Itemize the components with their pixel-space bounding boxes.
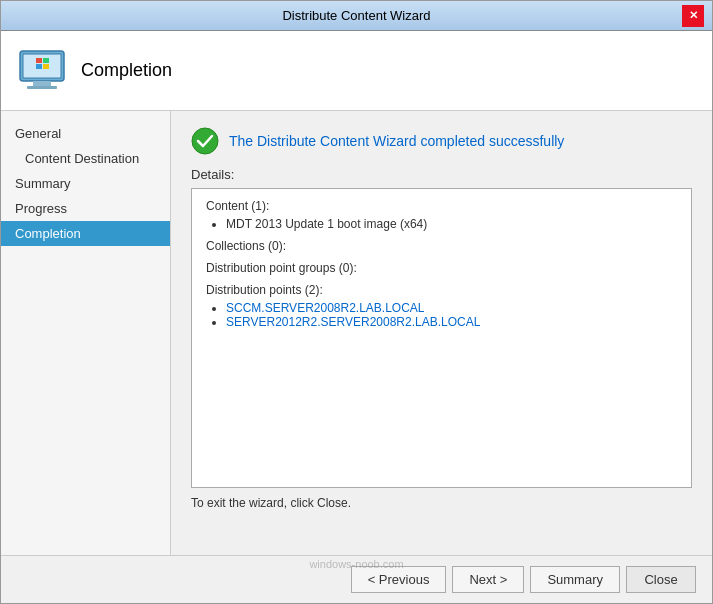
wizard-window: Distribute Content Wizard ✕ Completion G… [0, 0, 713, 604]
success-icon [191, 127, 219, 155]
window-title: Distribute Content Wizard [31, 8, 682, 23]
sidebar-item-summary[interactable]: Summary [1, 171, 170, 196]
sidebar-item-completion[interactable]: Completion [1, 221, 170, 246]
close-button[interactable]: Close [626, 566, 696, 593]
dist-point-1: SERVER2012R2.SERVER2008R2.LAB.LOCAL [226, 315, 677, 329]
footer: < Previous Next > Summary Close [1, 555, 712, 603]
svg-rect-2 [33, 81, 51, 86]
details-label: Details: [191, 167, 692, 182]
distribution-points-list: SCCM.SERVER2008R2.LAB.LOCAL SERVER2012R2… [206, 301, 677, 329]
main-content: The Distribute Content Wizard completed … [171, 111, 712, 555]
success-banner: The Distribute Content Wizard completed … [191, 127, 692, 155]
svg-rect-6 [36, 64, 42, 69]
window-close-button[interactable]: ✕ [682, 5, 704, 27]
previous-button[interactable]: < Previous [351, 566, 447, 593]
computer-icon [17, 46, 67, 96]
dist-point-0: SCCM.SERVER2008R2.LAB.LOCAL [226, 301, 677, 315]
svg-rect-4 [36, 58, 42, 63]
title-bar: Distribute Content Wizard ✕ [1, 1, 712, 31]
sidebar: General Content Destination Summary Prog… [1, 111, 171, 555]
sidebar-item-general[interactable]: General [1, 121, 170, 146]
svg-rect-7 [43, 64, 49, 69]
sidebar-item-content-destination[interactable]: Content Destination [1, 146, 170, 171]
content-item-0: MDT 2013 Update 1 boot image (x64) [226, 217, 677, 231]
details-box: Content (1): MDT 2013 Update 1 boot imag… [191, 188, 692, 488]
wizard-header: Completion [1, 31, 712, 111]
content-list: MDT 2013 Update 1 boot image (x64) [206, 217, 677, 231]
distribution-points-title: Distribution points (2): [206, 283, 677, 297]
sidebar-item-progress[interactable]: Progress [1, 196, 170, 221]
svg-rect-5 [43, 58, 49, 63]
svg-rect-3 [27, 86, 57, 89]
collections-title: Collections (0): [206, 239, 677, 253]
success-message: The Distribute Content Wizard completed … [229, 133, 564, 149]
wizard-header-title: Completion [81, 60, 172, 81]
content-title: Content (1): [206, 199, 677, 213]
next-button[interactable]: Next > [452, 566, 524, 593]
exit-text: To exit the wizard, click Close. [191, 496, 692, 510]
content-area: General Content Destination Summary Prog… [1, 111, 712, 555]
summary-button[interactable]: Summary [530, 566, 620, 593]
distribution-groups-title: Distribution point groups (0): [206, 261, 677, 275]
svg-point-8 [192, 128, 218, 154]
